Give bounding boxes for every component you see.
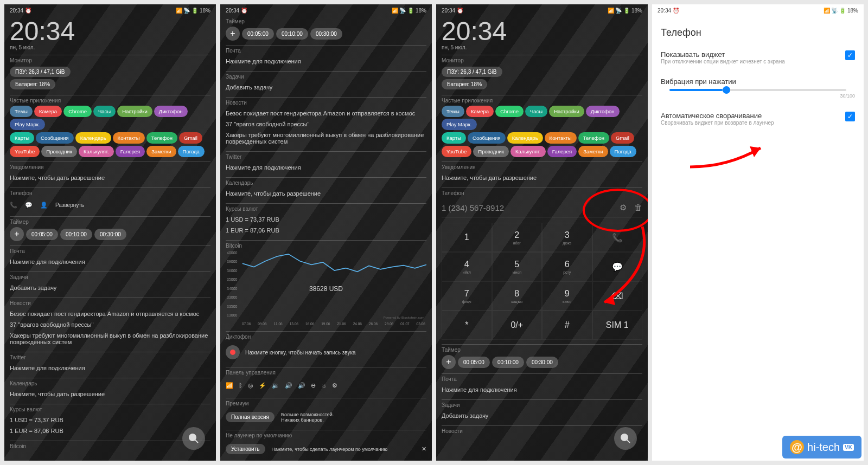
timer-preset[interactable]: 00:10:00: [276, 28, 308, 40]
checkbox-icon[interactable]: ✓: [845, 112, 855, 121]
wifi-icon[interactable]: 📶: [226, 382, 233, 389]
svg-point-0: [189, 434, 196, 441]
timer-preset[interactable]: 00:05:00: [242, 28, 274, 40]
app-chip[interactable]: Часы: [93, 106, 116, 117]
app-chip[interactable]: Диктофон: [586, 106, 620, 117]
app-chip[interactable]: Диктофон: [154, 106, 188, 117]
vol-down-icon[interactable]: 🔉: [272, 382, 279, 389]
app-chip[interactable]: YouTube: [442, 146, 471, 157]
record-button[interactable]: [226, 345, 240, 359]
app-chip[interactable]: Калькулят.: [79, 146, 114, 157]
news-item[interactable]: Безос покидает пост гендиректора Amazon …: [10, 308, 210, 319]
contacts-icon[interactable]: 👤: [40, 202, 48, 209]
brightness-icon[interactable]: ☼: [321, 382, 327, 389]
timer-preset[interactable]: 00:30:00: [94, 229, 126, 240]
app-chip[interactable]: Сообщения: [36, 132, 74, 144]
app-chip[interactable]: Календарь: [75, 132, 111, 144]
app-chip[interactable]: Контакты: [545, 132, 577, 144]
app-chip[interactable]: Контакты: [113, 132, 145, 144]
app-chip[interactable]: Галерея: [547, 146, 577, 157]
app-chip[interactable]: Темы: [442, 106, 464, 117]
app-chip[interactable]: Телефон: [578, 132, 609, 144]
app-chip[interactable]: Настройки: [549, 106, 584, 117]
bluetooth-icon[interactable]: ᛒ: [239, 382, 242, 389]
dnd-icon[interactable]: ⊖: [311, 382, 316, 389]
search-fab[interactable]: [614, 427, 637, 450]
sms-icon[interactable]: 💬: [25, 202, 33, 209]
news-item[interactable]: 37 "врагов свободной прессы": [226, 119, 426, 130]
setting-show-widget[interactable]: Показывать виджетПри отключении опции ви…: [652, 44, 864, 71]
app-chip[interactable]: Карты: [442, 132, 466, 144]
news-item[interactable]: Хакеры требуют многомиллионный выкуп в о…: [10, 330, 210, 347]
timer-preset[interactable]: 00:30:00: [310, 28, 342, 40]
app-chip[interactable]: Погода: [610, 146, 636, 157]
vol-up-icon[interactable]: 🔊: [285, 382, 292, 389]
timer-preset[interactable]: 00:05:00: [26, 229, 58, 240]
app-chip[interactable]: Календарь: [507, 132, 543, 144]
dialpad-key[interactable]: *: [442, 311, 492, 340]
app-chip[interactable]: Сообщения: [468, 132, 506, 144]
notif-permission[interactable]: Нажмите, чтобы дать разрешение: [10, 172, 210, 183]
app-chip[interactable]: Chrome: [63, 106, 92, 117]
app-chip[interactable]: Телефон: [146, 132, 177, 144]
app-chip[interactable]: Галерея: [116, 146, 145, 157]
battery-pill[interactable]: Батарея: 18%: [10, 79, 55, 89]
location-icon[interactable]: ◎: [248, 382, 253, 389]
app-chip[interactable]: YouTube: [10, 146, 40, 157]
timer-preset[interactable]: 00:05:00: [458, 357, 490, 368]
dialpad-key[interactable]: 5мноп: [492, 252, 542, 281]
checkbox-icon[interactable]: ✓: [845, 50, 855, 60]
dialpad-key[interactable]: 1: [442, 223, 492, 252]
app-chip[interactable]: Заметки: [578, 146, 608, 157]
timer-preset[interactable]: 00:30:00: [526, 357, 558, 368]
app-chip[interactable]: Карты: [10, 132, 34, 144]
app-chip[interactable]: Темы: [10, 106, 33, 117]
install-button[interactable]: Установить: [226, 444, 265, 454]
expand-label[interactable]: Развернуть: [55, 202, 84, 208]
news-item[interactable]: Безос покидает пост гендиректора Amazon …: [226, 108, 426, 119]
timer-preset[interactable]: 00:10:00: [60, 229, 92, 240]
dialpad-key[interactable]: 9ьэюя: [542, 281, 592, 311]
app-chip[interactable]: Проводник: [41, 146, 77, 157]
app-chip[interactable]: Play Марк.: [442, 119, 477, 130]
timer-preset[interactable]: 00:10:00: [492, 357, 524, 368]
sound-icon[interactable]: 🔊: [298, 382, 305, 389]
setting-auto-collapse[interactable]: Автоматическое сворачиваниеСворачивать в…: [652, 105, 864, 132]
flash-icon[interactable]: ⚡: [259, 382, 266, 389]
news-item[interactable]: 37 "врагов свободной прессы": [10, 319, 210, 330]
app-chip[interactable]: Часы: [525, 106, 547, 117]
dial-number[interactable]: 1 (234) 567-8912: [442, 203, 504, 212]
dialpad-key[interactable]: SIM 1: [592, 311, 643, 340]
app-chip[interactable]: Проводник: [473, 146, 509, 157]
dialpad-key[interactable]: #: [542, 311, 592, 340]
full-version-button[interactable]: Полная версия: [226, 412, 275, 422]
add-timer-button[interactable]: +: [226, 27, 240, 41]
dialpad-key[interactable]: 7фхцч: [442, 281, 492, 311]
app-chip[interactable]: Камера: [466, 106, 494, 117]
settings-icon[interactable]: ⚙: [332, 382, 337, 389]
svg-line-3: [627, 440, 630, 443]
dialpad-key[interactable]: 2абвг: [492, 223, 542, 252]
app-chip[interactable]: Chrome: [495, 106, 524, 117]
app-chip[interactable]: Настройки: [117, 106, 152, 117]
app-chip[interactable]: Камера: [34, 106, 62, 117]
dialpad-key[interactable]: 8шщъы: [492, 281, 542, 311]
dialpad-key[interactable]: 4ийкл: [442, 252, 492, 281]
news-item[interactable]: Хакеры требуют многомиллионный выкуп в о…: [226, 130, 426, 147]
app-chip[interactable]: Калькулят.: [510, 146, 546, 157]
close-icon[interactable]: ✕: [422, 445, 426, 453]
app-chip[interactable]: Play Марк.: [10, 119, 45, 130]
add-timer-button[interactable]: +: [10, 227, 24, 241]
phone-icon[interactable]: 📞: [10, 202, 17, 209]
ram-pill[interactable]: ПЗУ: 26,3 / 47,1 GiB: [10, 67, 71, 77]
app-chip[interactable]: Заметки: [146, 146, 176, 157]
search-fab[interactable]: [182, 427, 205, 450]
app-chip[interactable]: Gmail: [179, 132, 202, 144]
add-timer-button[interactable]: +: [442, 355, 456, 369]
vibration-slider[interactable]: [669, 89, 846, 91]
dialpad-key[interactable]: 0/+: [492, 311, 542, 340]
app-chip[interactable]: Погода: [178, 146, 205, 157]
app-chip[interactable]: Gmail: [611, 132, 634, 144]
dialpad-key[interactable]: 3дежз: [542, 223, 592, 252]
dialpad-key[interactable]: 6рсту: [542, 252, 592, 281]
